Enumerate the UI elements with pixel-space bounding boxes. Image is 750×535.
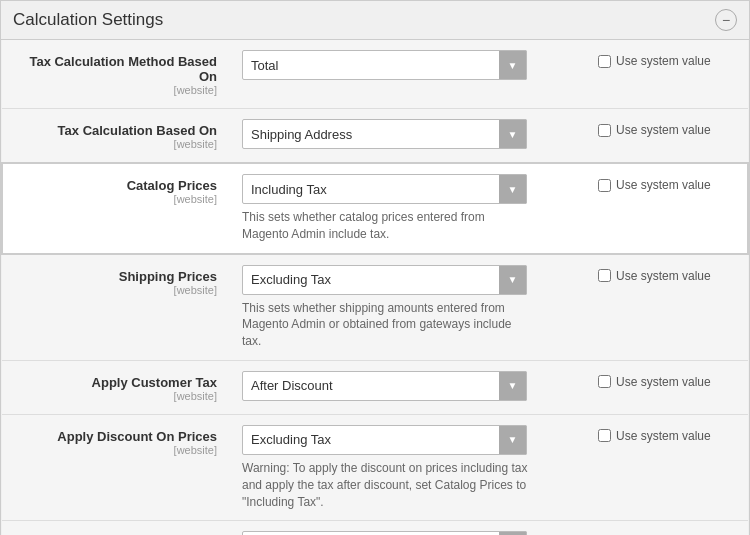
select-wrapper-apply-tax-on: Custom price if availableOriginal price … (242, 531, 527, 535)
use-system-checkbox-catalog-prices[interactable] (598, 179, 611, 192)
field-scope-tax-calc-method: [website] (12, 84, 217, 96)
label-cell-apply-tax-on: Apply Tax On[website] (2, 521, 232, 535)
use-system-text-tax-calc-based-on: Use system value (616, 123, 711, 137)
use-system-checkbox-tax-calc-method[interactable] (598, 55, 611, 68)
control-cell-shipping-prices: Excluding TaxIncluding Tax ▼ This sets w… (232, 254, 588, 361)
control-cell-apply-tax-on: Custom price if availableOriginal price … (232, 521, 588, 535)
label-cell-apply-customer-tax: Apply Customer Tax[website] (2, 360, 232, 414)
select-wrapper-tax-calc-method: TotalUnit PriceRow Total ▼ (242, 50, 527, 80)
use-system-text-tax-calc-method: Use system value (616, 54, 711, 68)
field-label-apply-discount-on-prices: Apply Discount On Prices (12, 429, 217, 444)
collapse-button[interactable]: − (715, 9, 737, 31)
select-wrapper-catalog-prices: Including TaxExcluding Tax ▼ (242, 174, 527, 204)
select-wrapper-apply-customer-tax: After DiscountBefore Discount ▼ (242, 371, 527, 401)
select-apply-discount-on-prices[interactable]: Excluding TaxIncluding Tax (242, 425, 527, 455)
label-cell-apply-discount-on-prices: Apply Discount On Prices[website] (2, 414, 232, 520)
field-label-tax-calc-based-on: Tax Calculation Based On (12, 123, 217, 138)
use-system-cell-apply-customer-tax: Use system value (588, 360, 748, 414)
use-system-label-catalog-prices[interactable]: Use system value (598, 178, 737, 192)
select-wrapper-apply-discount-on-prices: Excluding TaxIncluding Tax ▼ (242, 425, 527, 455)
field-note-apply-discount-on-prices: Warning: To apply the discount on prices… (242, 460, 532, 510)
use-system-checkbox-shipping-prices[interactable] (598, 269, 611, 282)
use-system-text-catalog-prices: Use system value (616, 178, 711, 192)
use-system-label-apply-discount-on-prices[interactable]: Use system value (598, 429, 738, 443)
control-cell-tax-calc-method: TotalUnit PriceRow Total ▼ (232, 40, 588, 109)
field-scope-catalog-prices: [website] (13, 193, 217, 205)
use-system-label-tax-calc-method[interactable]: Use system value (598, 54, 738, 68)
label-cell-tax-calc-method: Tax Calculation Method Based On[website] (2, 40, 232, 109)
field-label-catalog-prices: Catalog Prices (13, 178, 217, 193)
settings-row-apply-customer-tax: Apply Customer Tax[website] After Discou… (2, 360, 748, 414)
panel-header: Calculation Settings − (1, 1, 749, 40)
label-cell-tax-calc-based-on: Tax Calculation Based On[website] (2, 109, 232, 164)
field-scope-apply-customer-tax: [website] (12, 390, 217, 402)
use-system-cell-catalog-prices: Use system value (588, 163, 748, 254)
select-apply-customer-tax[interactable]: After DiscountBefore Discount (242, 371, 527, 401)
select-tax-calc-based-on[interactable]: Shipping AddressBilling AddressOrigin (242, 119, 527, 149)
calculation-settings-panel: Calculation Settings − Tax Calculation M… (0, 0, 750, 535)
use-system-checkbox-apply-discount-on-prices[interactable] (598, 429, 611, 442)
use-system-cell-tax-calc-based-on: Use system value (588, 109, 748, 164)
settings-row-tax-calc-method: Tax Calculation Method Based On[website]… (2, 40, 748, 109)
field-label-apply-customer-tax: Apply Customer Tax (12, 375, 217, 390)
panel-title: Calculation Settings (13, 10, 163, 30)
select-tax-calc-method[interactable]: TotalUnit PriceRow Total (242, 50, 527, 80)
use-system-cell-tax-calc-method: Use system value (588, 40, 748, 109)
use-system-checkbox-apply-customer-tax[interactable] (598, 375, 611, 388)
settings-table: Tax Calculation Method Based On[website]… (1, 40, 749, 535)
select-catalog-prices[interactable]: Including TaxExcluding Tax (242, 174, 527, 204)
use-system-text-apply-discount-on-prices: Use system value (616, 429, 711, 443)
use-system-cell-shipping-prices: Use system value (588, 254, 748, 361)
use-system-cell-apply-tax-on: Use system value (588, 521, 748, 535)
field-scope-tax-calc-based-on: [website] (12, 138, 217, 150)
select-wrapper-shipping-prices: Excluding TaxIncluding Tax ▼ (242, 265, 527, 295)
use-system-label-shipping-prices[interactable]: Use system value (598, 269, 738, 283)
control-cell-tax-calc-based-on: Shipping AddressBilling AddressOrigin ▼ (232, 109, 588, 164)
settings-row-shipping-prices: Shipping Prices[website] Excluding TaxIn… (2, 254, 748, 361)
use-system-cell-apply-discount-on-prices: Use system value (588, 414, 748, 520)
settings-row-apply-tax-on: Apply Tax On[website] Custom price if av… (2, 521, 748, 535)
field-scope-apply-discount-on-prices: [website] (12, 444, 217, 456)
field-note-catalog-prices: This sets whether catalog prices entered… (242, 209, 532, 243)
field-note-shipping-prices: This sets whether shipping amounts enter… (242, 300, 532, 350)
settings-row-tax-calc-based-on: Tax Calculation Based On[website] Shippi… (2, 109, 748, 164)
label-cell-shipping-prices: Shipping Prices[website] (2, 254, 232, 361)
settings-row-apply-discount-on-prices: Apply Discount On Prices[website] Exclud… (2, 414, 748, 520)
control-cell-apply-discount-on-prices: Excluding TaxIncluding Tax ▼ Warning: To… (232, 414, 588, 520)
select-shipping-prices[interactable]: Excluding TaxIncluding Tax (242, 265, 527, 295)
label-cell-catalog-prices: Catalog Prices[website] (2, 163, 232, 254)
control-cell-catalog-prices: Including TaxExcluding Tax ▼ This sets w… (232, 163, 588, 254)
use-system-label-apply-customer-tax[interactable]: Use system value (598, 375, 738, 389)
use-system-text-shipping-prices: Use system value (616, 269, 711, 283)
control-cell-apply-customer-tax: After DiscountBefore Discount ▼ (232, 360, 588, 414)
field-label-shipping-prices: Shipping Prices (12, 269, 217, 284)
use-system-label-tax-calc-based-on[interactable]: Use system value (598, 123, 738, 137)
use-system-text-apply-customer-tax: Use system value (616, 375, 711, 389)
select-apply-tax-on[interactable]: Custom price if availableOriginal price … (242, 531, 527, 535)
field-label-tax-calc-method: Tax Calculation Method Based On (12, 54, 217, 84)
use-system-checkbox-tax-calc-based-on[interactable] (598, 124, 611, 137)
settings-row-catalog-prices: Catalog Prices[website] Including TaxExc… (2, 163, 748, 254)
select-wrapper-tax-calc-based-on: Shipping AddressBilling AddressOrigin ▼ (242, 119, 527, 149)
field-scope-shipping-prices: [website] (12, 284, 217, 296)
